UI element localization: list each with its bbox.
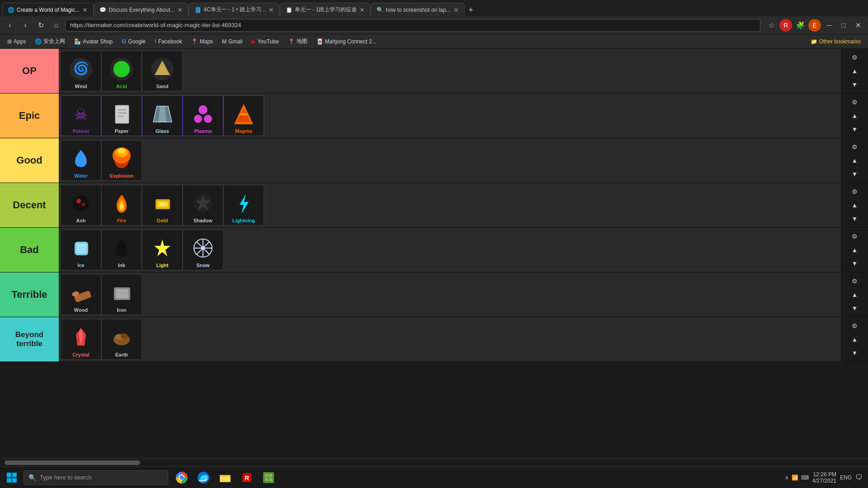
- profile-icon[interactable]: E: [808, 19, 821, 32]
- tier-down-epic[interactable]: ▼: [846, 123, 864, 136]
- taskbar-chrome[interactable]: [172, 467, 192, 488]
- start-button[interactable]: [0, 467, 24, 488]
- bookmark-maps[interactable]: 📍 Maps: [188, 38, 217, 46]
- tier-down-beyond-terrible[interactable]: ▼: [846, 347, 864, 359]
- google-icon: G: [122, 38, 126, 45]
- ravatar-icon[interactable]: R: [779, 19, 792, 32]
- taskbar-minecraft[interactable]: [259, 467, 278, 488]
- new-tab-button[interactable]: +: [465, 4, 477, 16]
- bookmark-star-icon[interactable]: ☆: [765, 19, 778, 32]
- home-button[interactable]: ⌂: [50, 19, 62, 32]
- tier-item-ice[interactable]: Ice: [61, 230, 101, 270]
- tier-up-epic[interactable]: ▲: [846, 109, 864, 122]
- tab-active[interactable]: 🌐 Create a World of Magic... ✕: [2, 3, 94, 16]
- tier-gear-beyond-terrible[interactable]: ⚙: [846, 319, 864, 332]
- minimize-btn[interactable]: ─: [823, 19, 835, 32]
- tier-item-sand[interactable]: Sand: [142, 51, 183, 91]
- tier-item-magma[interactable]: Magma: [223, 95, 264, 136]
- tier-item-acid[interactable]: Acid: [101, 51, 142, 91]
- tier-item-wood[interactable]: Wood: [61, 274, 101, 315]
- tier-down-op[interactable]: ▼: [846, 78, 864, 91]
- taskbar-search[interactable]: 🔍 Type here to search: [24, 470, 168, 485]
- tier-item-gold[interactable]: Gold: [142, 185, 183, 225]
- tier-item-wind[interactable]: 🌀 Wind: [61, 51, 101, 91]
- tier-item-poison[interactable]: ☠ Poison: [61, 95, 101, 136]
- close-btn[interactable]: ✕: [852, 19, 864, 32]
- tier-item-glass[interactable]: Glass: [142, 95, 183, 136]
- tray-up-arrow-icon[interactable]: ∧: [785, 474, 789, 481]
- tier-gear-epic[interactable]: ⚙: [846, 96, 864, 108]
- taskbar-file-explorer[interactable]: [215, 467, 235, 488]
- address-input[interactable]: https://tiermaker.com/create/world-of-ma…: [65, 19, 760, 32]
- taskbar-edge[interactable]: [193, 467, 213, 488]
- tab-favicon-5: 🔍: [377, 7, 383, 13]
- tier-up-beyond-terrible[interactable]: ▲: [846, 333, 864, 346]
- tier-gear-bad[interactable]: ⚙: [846, 230, 864, 243]
- tier-up-op[interactable]: ▲: [846, 65, 864, 77]
- tier-item-explosion[interactable]: Explosion: [101, 140, 142, 181]
- tier-item-ash[interactable]: Ash: [61, 185, 101, 225]
- maximize-btn[interactable]: □: [837, 19, 850, 32]
- extensions-icon[interactable]: 🧩: [794, 19, 807, 32]
- time-block[interactable]: 12:26 PM 4/27/2021: [812, 471, 836, 484]
- keyboard-icon[interactable]: ⌨: [801, 474, 809, 481]
- maps-icon: 📍: [191, 38, 198, 45]
- tier-item-plasma[interactable]: Plasma: [183, 95, 223, 136]
- tab-5[interactable]: 🔍 how to screenshot on lap... ✕: [371, 3, 464, 16]
- bookmark-mahjong[interactable]: 🀄 Mahjong Connect 2...: [313, 38, 380, 46]
- tab-close-btn-2[interactable]: ✕: [177, 6, 183, 14]
- bookmark-other[interactable]: 📁 Other bookmarks: [807, 38, 864, 46]
- scroll-thumb[interactable]: [5, 460, 140, 465]
- tier-item-fire[interactable]: Fire: [101, 185, 142, 225]
- tier-gear-good[interactable]: ⚙: [846, 141, 864, 153]
- lightning-icon: [230, 190, 257, 217]
- tier-item-crystal[interactable]: Crystal: [61, 319, 101, 360]
- notification-icon[interactable]: 🗨: [855, 474, 863, 482]
- tier-item-snow[interactable]: Snow: [183, 230, 223, 270]
- bookmark-google[interactable]: G Google: [118, 37, 149, 46]
- back-button[interactable]: ‹: [4, 19, 16, 32]
- bookmark-ditu[interactable]: 📍 地图: [284, 37, 311, 46]
- tab-close-btn-5[interactable]: ✕: [453, 6, 459, 14]
- bookmark-avatar-shop[interactable]: 🏪 Avatar Shop: [71, 38, 116, 46]
- tier-item-earth[interactable]: Earth: [101, 319, 142, 360]
- tier-down-good[interactable]: ▼: [846, 168, 864, 180]
- bookmark-gmail[interactable]: M Gmail: [218, 38, 246, 46]
- wifi-icon[interactable]: 📶: [792, 474, 798, 481]
- bookmark-youtube[interactable]: ▶ YouTube: [248, 38, 282, 46]
- bookmark-maps-label: Maps: [200, 38, 213, 45]
- tier-item-lightning[interactable]: Lightning: [223, 185, 264, 225]
- tier-gear-terrible[interactable]: ⚙: [846, 275, 864, 287]
- tier-down-decent[interactable]: ▼: [846, 212, 864, 225]
- reload-button[interactable]: ↻: [34, 19, 47, 32]
- tier-item-water[interactable]: Water: [61, 140, 101, 181]
- facebook-icon: f: [155, 38, 156, 45]
- tab-2[interactable]: 💬 Discuss Everything About... ✕: [94, 3, 189, 16]
- bookmark-apps[interactable]: ⊞ Apps: [4, 38, 29, 46]
- tier-up-good[interactable]: ▲: [846, 154, 864, 167]
- tier-gear-op[interactable]: ⚙: [846, 51, 864, 64]
- tab-3[interactable]: 📘 4C单元一 - 1 • 踏上学习... ✕: [189, 3, 280, 16]
- tier-gear-decent[interactable]: ⚙: [846, 185, 864, 198]
- bookmark-security[interactable]: 🌐 安全上网: [31, 37, 69, 46]
- tier-item-ink[interactable]: Ink: [101, 230, 142, 270]
- bookmark-facebook[interactable]: f Facebook: [151, 38, 186, 46]
- taskbar-roblox[interactable]: R: [237, 467, 257, 488]
- tier-up-terrible[interactable]: ▲: [846, 288, 864, 301]
- forward-button[interactable]: ›: [19, 19, 32, 32]
- tier-item-iron[interactable]: Iron: [101, 274, 142, 315]
- tab-close-btn-3[interactable]: ✕: [269, 6, 274, 14]
- tab-close-btn[interactable]: ✕: [82, 6, 88, 14]
- tier-down-bad[interactable]: ▼: [846, 257, 864, 270]
- tier-item-paper[interactable]: Paper: [101, 95, 142, 136]
- tier-up-bad[interactable]: ▲: [846, 244, 864, 256]
- horizontal-scrollbar[interactable]: [0, 458, 868, 466]
- tier-item-light[interactable]: Light: [142, 230, 183, 270]
- tier-item-shadow[interactable]: Shadow: [183, 185, 223, 225]
- tab-close-btn-4[interactable]: ✕: [359, 6, 365, 14]
- svg-rect-83: [265, 474, 268, 477]
- tier-up-decent[interactable]: ▲: [846, 199, 864, 211]
- tier-down-terrible[interactable]: ▼: [846, 302, 864, 314]
- tab-4[interactable]: 📋 单元一 - 1踏上学习的征途 ✕: [280, 3, 371, 16]
- tab-title-4: 单元一 - 1踏上学习的征途: [295, 6, 357, 14]
